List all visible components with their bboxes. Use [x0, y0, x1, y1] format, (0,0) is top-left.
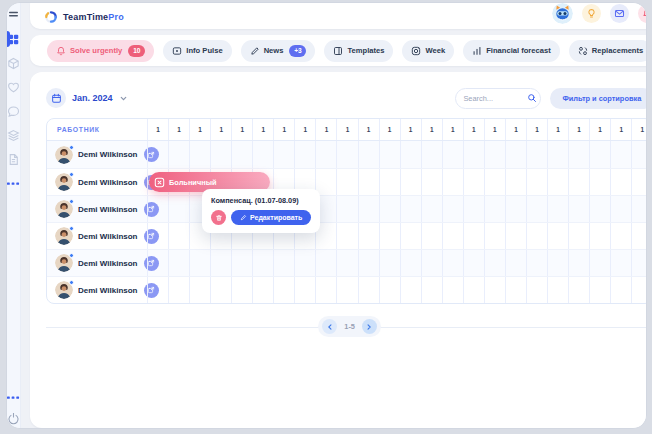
sidebar-item-products[interactable] [7, 56, 20, 70]
day-cell[interactable] [631, 196, 647, 222]
day-cell[interactable] [147, 223, 168, 249]
day-cell[interactable] [189, 250, 210, 276]
search-input[interactable] [463, 94, 523, 103]
day-cell[interactable] [421, 277, 442, 303]
day-cell[interactable] [526, 196, 547, 222]
delete-event-button[interactable] [211, 210, 226, 225]
day-cell[interactable] [336, 250, 357, 276]
mail-button[interactable] [610, 4, 629, 23]
day-cell[interactable] [568, 277, 589, 303]
day-cell[interactable] [400, 223, 421, 249]
day-cell[interactable] [463, 196, 484, 222]
edit-event-button[interactable]: Редактировать [231, 210, 311, 225]
day-cell[interactable] [273, 277, 294, 303]
tips-button[interactable] [582, 4, 601, 23]
day-cell[interactable] [568, 250, 589, 276]
day-cell[interactable] [379, 250, 400, 276]
day-cell[interactable] [189, 141, 210, 168]
day-cell[interactable] [568, 141, 589, 168]
day-cell[interactable] [631, 223, 647, 249]
day-cell[interactable] [210, 250, 231, 276]
tab-news[interactable]: News+3 [241, 40, 316, 62]
day-cell[interactable] [421, 250, 442, 276]
day-cell[interactable] [505, 169, 526, 195]
day-cell[interactable] [231, 141, 252, 168]
day-cell[interactable] [273, 250, 294, 276]
day-cell[interactable] [526, 223, 547, 249]
day-cell[interactable] [147, 250, 168, 276]
day-cell[interactable] [442, 196, 463, 222]
day-cell[interactable] [189, 277, 210, 303]
sidebar-item-favorites[interactable] [7, 80, 20, 94]
day-cell[interactable] [147, 141, 168, 168]
day-cell[interactable] [568, 169, 589, 195]
day-cell[interactable] [589, 169, 610, 195]
day-cell[interactable] [168, 250, 189, 276]
day-cell[interactable] [631, 277, 647, 303]
sidebar-item-more-bottom[interactable] [7, 391, 20, 404]
sidebar-item-logout[interactable] [7, 412, 20, 425]
day-cell[interactable] [168, 196, 189, 222]
day-cell[interactable] [484, 169, 505, 195]
tab-replacements[interactable]: Replacements [569, 40, 647, 62]
day-cell[interactable] [400, 277, 421, 303]
day-cell[interactable] [336, 141, 357, 168]
day-cell[interactable] [589, 277, 610, 303]
tab-financial-forecast[interactable]: Financial forecast [463, 40, 560, 62]
day-cell[interactable] [610, 196, 631, 222]
day-cell[interactable] [526, 250, 547, 276]
day-cell[interactable] [315, 277, 336, 303]
day-cell[interactable] [147, 196, 168, 222]
notifications-button[interactable] [638, 4, 647, 23]
day-cell[interactable] [442, 141, 463, 168]
day-cell[interactable] [336, 277, 357, 303]
day-cell[interactable] [358, 223, 379, 249]
day-cell[interactable] [252, 250, 273, 276]
day-cell[interactable] [610, 277, 631, 303]
sidebar-item-messages[interactable] [7, 104, 20, 118]
day-cell[interactable] [526, 169, 547, 195]
sidebar-item-more[interactable] [7, 176, 20, 190]
day-cell[interactable] [400, 141, 421, 168]
day-cell[interactable] [505, 277, 526, 303]
day-cell[interactable] [442, 169, 463, 195]
day-cell[interactable] [231, 250, 252, 276]
day-cell[interactable] [273, 141, 294, 168]
tab-info-pulse[interactable]: Info Pulse [163, 40, 231, 62]
day-cell[interactable] [505, 223, 526, 249]
day-cell[interactable] [484, 277, 505, 303]
day-cell[interactable] [210, 277, 231, 303]
day-cell[interactable] [421, 169, 442, 195]
day-cell[interactable] [505, 250, 526, 276]
month-picker[interactable]: Jan. 2024 [46, 88, 128, 108]
day-cell[interactable] [589, 250, 610, 276]
day-cell[interactable] [589, 141, 610, 168]
day-cell[interactable] [336, 196, 357, 222]
day-cell[interactable] [547, 223, 568, 249]
day-cell[interactable] [463, 223, 484, 249]
day-cell[interactable] [231, 277, 252, 303]
day-cell[interactable] [610, 141, 631, 168]
day-cell[interactable] [547, 169, 568, 195]
day-cell[interactable] [315, 250, 336, 276]
day-cell[interactable] [484, 223, 505, 249]
day-cell[interactable] [526, 277, 547, 303]
sidebar-item-dashboard[interactable] [7, 32, 20, 46]
day-cell[interactable] [294, 250, 315, 276]
tab-week[interactable]: Week [402, 40, 454, 62]
day-cell[interactable] [547, 141, 568, 168]
day-cell[interactable] [379, 223, 400, 249]
day-cell[interactable] [252, 141, 273, 168]
day-cell[interactable] [631, 250, 647, 276]
day-cell[interactable] [610, 223, 631, 249]
day-cell[interactable] [568, 196, 589, 222]
day-cell[interactable] [400, 169, 421, 195]
day-cell[interactable] [526, 141, 547, 168]
day-cell[interactable] [400, 250, 421, 276]
day-cell[interactable] [547, 196, 568, 222]
day-cell[interactable] [463, 141, 484, 168]
day-cell[interactable] [421, 196, 442, 222]
day-cell[interactable] [358, 250, 379, 276]
next-page-button[interactable] [362, 319, 377, 334]
day-cell[interactable] [463, 277, 484, 303]
